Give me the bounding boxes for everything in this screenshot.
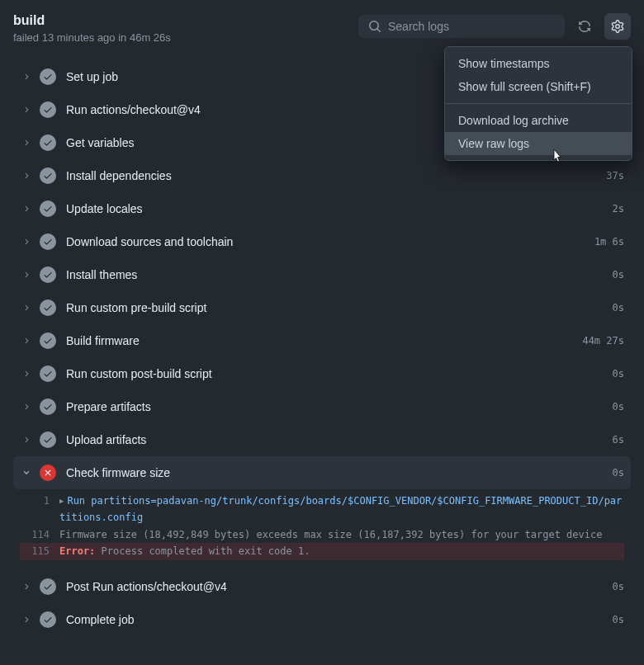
status-success-icon (40, 366, 56, 382)
status-success-icon (40, 233, 56, 250)
step-row[interactable]: Post Run actions/checkout@v40s (13, 570, 631, 603)
step-row[interactable]: Update locales2s (13, 192, 631, 225)
chevron-right-icon (20, 337, 33, 345)
step-row[interactable]: Download sources and toolchain1m 6s (13, 225, 631, 258)
step-row[interactable]: Build firmware44m 27s (13, 324, 631, 357)
step-duration: 1m 6s (594, 236, 624, 248)
step-name: Upload artifacts (66, 433, 613, 446)
chevron-right-icon (20, 304, 33, 312)
status-success-icon (40, 611, 56, 628)
log-line-number: 115 (20, 543, 59, 559)
step-name: Complete job (66, 613, 613, 626)
chevron-right-icon (20, 436, 33, 444)
gear-icon (611, 20, 624, 33)
status-success-icon (40, 578, 56, 595)
step-duration: 6s (613, 434, 624, 446)
step-duration: 0s (613, 467, 624, 479)
job-subtitle: failed 13 minutes ago in 46m 26s (13, 31, 358, 44)
step-duration: 0s (613, 269, 624, 281)
search-logs-input[interactable] (358, 15, 565, 38)
chevron-down-icon (20, 469, 33, 477)
chevron-right-icon (20, 205, 33, 213)
step-name: Update locales (66, 202, 613, 215)
log-output: 1▶Run partitions=padavan-ng/trunk/config… (13, 489, 631, 570)
chevron-right-icon (20, 370, 33, 378)
status-success-icon (40, 200, 56, 217)
step-duration: 0s (613, 581, 624, 592)
status-success-icon (40, 167, 56, 184)
status-success-icon (40, 101, 56, 118)
status-success-icon (40, 68, 56, 85)
log-line-number: 114 (20, 526, 59, 543)
step-name: Install themes (66, 268, 613, 281)
step-row[interactable]: Upload artifacts6s (13, 423, 631, 456)
status-success-icon (40, 332, 56, 349)
status-success-icon (40, 266, 56, 283)
log-header: build failed 13 minutes ago in 46m 26s (13, 13, 631, 44)
chevron-right-icon (20, 238, 33, 246)
chevron-right-icon (20, 403, 33, 411)
step-duration: 0s (613, 368, 624, 380)
menu-show-full-screen[interactable]: Show full screen (Shift+F) (445, 75, 632, 98)
job-title: build (13, 13, 358, 28)
step-row[interactable]: Install themes0s (13, 258, 631, 291)
step-duration: 0s (613, 302, 624, 314)
status-success-icon (40, 399, 56, 415)
step-name: Run custom post-build script (66, 367, 613, 380)
log-line: 115Error: Process completed with exit co… (20, 543, 624, 559)
step-duration: 0s (613, 401, 624, 413)
search-icon (368, 20, 381, 33)
step-row[interactable]: Complete job0s (13, 603, 631, 636)
step-row[interactable]: Prepare artifacts0s (13, 390, 631, 423)
step-duration: 2s (613, 203, 624, 215)
chevron-right-icon (20, 172, 33, 180)
chevron-right-icon (20, 271, 33, 279)
step-name: Build firmware (66, 334, 582, 347)
chevron-right-icon (20, 73, 33, 81)
menu-show-timestamps[interactable]: Show timestamps (445, 52, 632, 75)
step-name: Check firmware size (66, 466, 613, 479)
settings-button[interactable] (604, 13, 631, 40)
chevron-right-icon (20, 582, 33, 591)
status-failure-icon (40, 465, 56, 481)
step-name: Prepare artifacts (66, 400, 613, 413)
status-success-icon (40, 134, 56, 151)
step-name: Download sources and toolchain (66, 235, 594, 248)
step-name: Run custom pre-build script (66, 301, 613, 314)
step-row[interactable]: Run custom pre-build script0s (13, 291, 631, 324)
step-row[interactable]: Install dependencies37s (13, 159, 631, 192)
caret-right-icon[interactable]: ▶ (59, 495, 64, 507)
rerun-button[interactable] (571, 13, 598, 40)
status-success-icon (40, 432, 56, 448)
chevron-right-icon (20, 615, 33, 624)
step-duration: 37s (606, 170, 624, 182)
step-name: Install dependencies (66, 169, 606, 182)
menu-download-log-archive[interactable]: Download log archive (445, 109, 632, 132)
log-text: Firmware size (18,492,849 bytes) exceeds… (59, 526, 624, 543)
log-line-number: 1 (20, 493, 59, 526)
step-row[interactable]: Check firmware size0s (13, 456, 631, 489)
search-field[interactable] (388, 20, 555, 33)
step-duration: 0s (613, 614, 624, 625)
sync-icon (578, 20, 591, 33)
menu-view-raw-logs[interactable]: View raw logs (445, 132, 632, 155)
log-line: 1▶Run partitions=padavan-ng/trunk/config… (20, 493, 624, 526)
log-line: 114Firmware size (18,492,849 bytes) exce… (20, 526, 624, 543)
settings-dropdown: Show timestamps Show full screen (Shift+… (444, 46, 632, 161)
step-row[interactable]: Run custom post-build script0s (13, 357, 631, 390)
log-text: ▶Run partitions=padavan-ng/trunk/configs… (59, 493, 624, 526)
status-success-icon (40, 299, 56, 316)
step-name: Post Run actions/checkout@v4 (66, 580, 613, 593)
chevron-right-icon (20, 106, 33, 114)
log-text: Error: Process completed with exit code … (59, 543, 624, 559)
step-duration: 44m 27s (582, 335, 624, 347)
chevron-right-icon (20, 139, 33, 147)
